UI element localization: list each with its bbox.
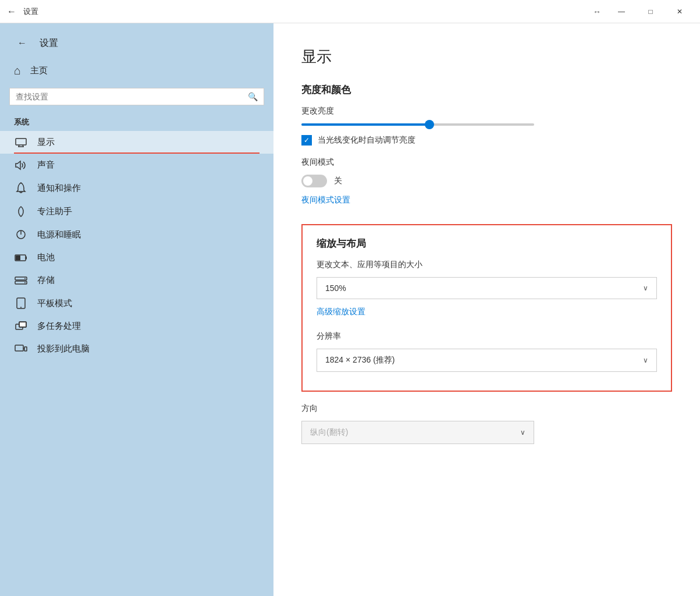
svg-rect-0 <box>16 139 26 145</box>
orientation-value: 纵向(翻转) <box>310 427 348 438</box>
sidebar-item-notifications-label: 通知和操作 <box>37 183 81 194</box>
svg-point-12 <box>24 282 26 283</box>
sidebar-section-title: 系统 <box>0 110 273 131</box>
page-title: 显示 <box>301 47 672 67</box>
titlebar: ← 设置 ↔ — □ ✕ <box>0 0 700 23</box>
storage-icon <box>14 276 28 285</box>
slider-fill <box>301 123 429 126</box>
main-layout: ← 设置 ⌂ 主页 🔍 系统 <box>0 23 700 596</box>
sidebar-item-multitask-label: 多任务处理 <box>37 321 81 332</box>
scale-layout-heading: 缩放与布局 <box>317 237 657 250</box>
notifications-icon <box>14 182 28 194</box>
project-icon <box>14 345 28 354</box>
maximize-button[interactable]: □ <box>637 3 664 20</box>
content-area: 显示 亮度和颜色 更改亮度 ✓ 当光线变化时自动调节亮度 夜间模式 <box>273 23 700 596</box>
night-mode-label: 夜间模式 <box>301 157 672 168</box>
sidebar-item-tablet-label: 平板模式 <box>37 298 72 309</box>
slider-thumb[interactable] <box>425 120 434 129</box>
brightness-slider[interactable] <box>301 123 672 126</box>
battery-icon <box>14 254 28 261</box>
sidebar-back-button[interactable]: ← <box>14 35 30 51</box>
search-box[interactable]: 🔍 <box>9 88 264 105</box>
multitask-icon <box>14 321 28 332</box>
sidebar-item-project-label: 投影到此电脑 <box>37 343 90 354</box>
advanced-scale-link[interactable]: 高级缩放设置 <box>317 307 365 317</box>
night-mode-state: 关 <box>334 176 342 186</box>
sidebar-header: ← 设置 <box>0 23 273 58</box>
sidebar-item-storage-label: 存储 <box>37 275 55 286</box>
resolution-dropdown[interactable]: 1824 × 2736 (推荐) ∨ <box>317 349 657 372</box>
slider-track <box>301 123 534 126</box>
sidebar-item-tablet[interactable]: 平板模式 <box>0 292 273 315</box>
night-mode-toggle-row: 关 <box>301 175 672 187</box>
sidebar-item-focus[interactable]: 专注助手 <box>0 200 273 223</box>
sidebar-app-title: 设置 <box>40 37 58 49</box>
orientation-section: 方向 纵向(翻转) ∨ <box>301 403 672 444</box>
sidebar-item-notifications[interactable]: 通知和操作 <box>0 176 273 200</box>
sidebar-item-battery[interactable]: 电池 <box>0 246 273 269</box>
focus-icon <box>14 205 28 217</box>
search-input[interactable] <box>16 92 243 101</box>
scale-value: 150% <box>325 283 346 293</box>
scale-label: 更改文本、应用等项目的大小 <box>317 260 657 270</box>
svg-rect-8 <box>16 256 20 260</box>
scale-chevron-icon: ∨ <box>643 284 648 292</box>
sidebar: ← 设置 ⌂ 主页 🔍 系统 <box>0 23 273 596</box>
orientation-label: 方向 <box>301 403 672 414</box>
tablet-icon <box>14 297 28 309</box>
home-icon: ⌂ <box>14 64 21 77</box>
sidebar-home-label: 主页 <box>30 65 48 76</box>
resolution-value: 1824 × 2736 (推荐) <box>325 355 395 366</box>
orientation-dropdown[interactable]: 纵向(翻转) ∨ <box>301 421 534 444</box>
sidebar-item-power-label: 电源和睡眠 <box>37 229 81 240</box>
night-mode-section: 夜间模式 关 夜间模式设置 <box>301 157 672 219</box>
titlebar-title: 设置 <box>23 6 38 17</box>
auto-brightness-checkbox[interactable]: ✓ <box>301 135 312 146</box>
back-button[interactable]: ← <box>7 6 16 17</box>
sidebar-item-project[interactable]: 投影到此电脑 <box>0 338 273 360</box>
sidebar-item-battery-label: 电池 <box>37 252 55 263</box>
power-icon <box>14 229 28 240</box>
sidebar-item-sound[interactable]: 声音 <box>0 154 273 176</box>
scale-dropdown[interactable]: 150% ∨ <box>317 277 657 299</box>
sidebar-item-multitask[interactable]: 多任务处理 <box>0 315 273 338</box>
sidebar-item-power[interactable]: 电源和睡眠 <box>0 223 273 246</box>
svg-rect-16 <box>19 322 26 327</box>
orientation-chevron-icon: ∨ <box>520 428 525 437</box>
resolution-label: 分辨率 <box>317 331 657 342</box>
auto-brightness-label: 当光线变化时自动调节亮度 <box>318 135 415 146</box>
sidebar-item-sound-label: 声音 <box>37 159 55 171</box>
svg-rect-18 <box>15 345 23 351</box>
titlebar-controls: ↔ — □ ✕ <box>593 3 693 20</box>
svg-rect-7 <box>26 256 27 259</box>
sidebar-item-storage[interactable]: 存储 <box>0 269 273 292</box>
sidebar-item-display-label: 显示 <box>37 137 55 148</box>
svg-rect-19 <box>24 347 27 351</box>
search-icon: 🔍 <box>248 92 258 101</box>
snap-icon: ↔ <box>593 7 601 16</box>
auto-brightness-row: ✓ 当光线变化时自动调节亮度 <box>301 135 672 146</box>
titlebar-left: ← 设置 <box>0 6 38 17</box>
titlebar-extra: ↔ <box>593 7 606 16</box>
scale-layout-section: 缩放与布局 更改文本、应用等项目的大小 150% ∨ 高级缩放设置 分辨率 18… <box>301 224 672 392</box>
sidebar-item-focus-label: 专注助手 <box>37 206 72 217</box>
svg-point-11 <box>24 278 26 279</box>
resolution-chevron-icon: ∨ <box>643 356 648 364</box>
sound-icon <box>14 160 28 171</box>
toggle-thumb <box>303 176 312 186</box>
brightness-label: 更改亮度 <box>301 106 672 116</box>
night-mode-settings-link[interactable]: 夜间模式设置 <box>301 195 350 205</box>
night-mode-toggle[interactable] <box>301 175 327 187</box>
minimize-button[interactable]: — <box>608 3 635 20</box>
display-icon <box>14 138 28 147</box>
settings-window: ← 设置 ↔ — □ ✕ ← 设置 ⌂ 主页 🔍 <box>0 0 700 596</box>
svg-point-14 <box>20 307 22 308</box>
sidebar-home-item[interactable]: ⌂ 主页 <box>0 58 273 83</box>
checkmark-icon: ✓ <box>304 136 310 144</box>
sidebar-item-display[interactable]: 显示 <box>0 131 273 154</box>
brightness-section-heading: 亮度和颜色 <box>301 83 672 97</box>
close-button[interactable]: ✕ <box>666 3 693 20</box>
